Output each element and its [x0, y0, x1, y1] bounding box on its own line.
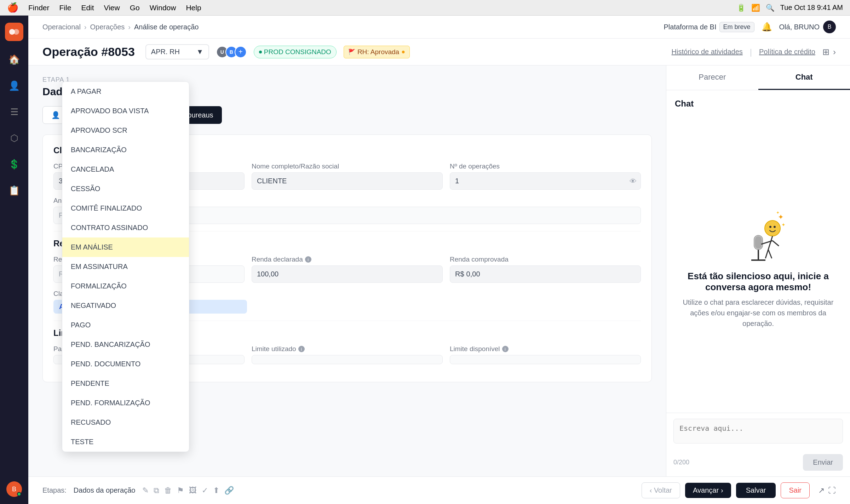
prod-dot — [259, 51, 262, 53]
chat-input[interactable] — [673, 419, 843, 443]
bottom-bar: Etapas: Dados da operação ✎ ⧉ 🗑 ⚑ 🖼 ✓ ⬆ … — [28, 476, 850, 504]
svg-line-11 — [773, 241, 779, 246]
section-title: Dados da operação — [42, 86, 652, 98]
menu-edit[interactable]: Edit — [81, 4, 94, 12]
sidebar-item-hex[interactable]: ⬡ — [6, 130, 22, 146]
left-panel: ETAPA 1 Dados da operação 👤 Ver perfil d… — [28, 65, 666, 476]
link-divider: | — [750, 47, 752, 57]
limite-disponivel-info-icon[interactable]: i — [502, 346, 509, 352]
avatar-group: U B + — [216, 46, 247, 58]
sidebar-logo[interactable] — [5, 23, 23, 41]
svg-line-9 — [768, 236, 773, 250]
pep-input[interactable]: Pendente consulta — [53, 207, 641, 224]
tab-parecer[interactable]: Parecer — [666, 65, 758, 90]
edit-icon[interactable]: ✎ — [142, 486, 149, 495]
salvar-button[interactable]: Salvar — [736, 483, 776, 498]
export-icon[interactable]: ⬆ — [213, 486, 219, 495]
avatar-plus[interactable]: + — [235, 46, 247, 58]
historico-link[interactable]: Histórico de atividades — [672, 48, 743, 56]
cpf-input[interactable]: 382.147.389-74 — [53, 172, 245, 190]
renda-declarada-info-icon[interactable]: i — [305, 256, 311, 263]
right-panel: Parecer Chat Chat — [666, 65, 850, 476]
top-nav: Operacional › Operações › Análise de ope… — [28, 16, 850, 39]
ops-label: Nº de operações — [450, 162, 641, 170]
copy-icon[interactable]: ⧉ — [154, 486, 159, 495]
image-icon[interactable]: 🖼 — [189, 486, 197, 495]
flag-icon: 🚩 — [348, 48, 355, 55]
menu-go[interactable]: Go — [130, 4, 140, 12]
flag-bottom-icon[interactable]: ⚑ — [177, 486, 184, 495]
pep-label: Análise PEP (Risco) i — [53, 197, 641, 205]
divider-1 — [53, 231, 641, 231]
sidebar-item-docs[interactable]: 📋 — [6, 183, 22, 198]
parcela-info-icon[interactable]: i — [130, 346, 136, 352]
ops-group: Nº de operações 1 👁 — [450, 162, 641, 190]
breadcrumb: Operacional › Operações › Análise de ope… — [42, 23, 199, 31]
step-label: ETAPA 1 — [42, 76, 652, 84]
menu-view[interactable]: View — [104, 4, 120, 12]
svg-text:✦: ✦ — [776, 210, 780, 215]
notification-bell-icon[interactable]: 🔔 — [762, 22, 772, 32]
parcela-input[interactable] — [53, 355, 245, 364]
user-icon: 👤 — [51, 111, 60, 119]
menu-file[interactable]: File — [59, 4, 71, 12]
top-nav-right: Plataforma de BI Em breve 🔔 Olá, BRUNO B — [664, 21, 836, 33]
nome-input[interactable]: CLIENTE — [252, 172, 443, 190]
user-greeting: Olá, BRUNO — [779, 23, 820, 31]
action-buttons: 👤 Ver perfil do cliente ☰ Consultar bure… — [42, 106, 652, 124]
op-header-links: Histórico de atividades | Política de cr… — [672, 47, 815, 57]
pep-info-icon[interactable]: i — [116, 197, 122, 204]
rendas-form-grid: Renda presumida i Renda presumida do cl.… — [53, 256, 641, 283]
nome-group: Nome completo/Razão social CLIENTE — [252, 162, 443, 190]
send-button[interactable]: Enviar — [803, 454, 843, 471]
renda-comprovada-input[interactable]: R$ 0,00 — [450, 265, 641, 283]
link-icon[interactable]: 🔗 — [224, 486, 234, 495]
sidebar-user-avatar[interactable]: B — [6, 481, 22, 497]
external-link-icon[interactable]: ↗ — [818, 486, 825, 495]
consultar-bureaus-button[interactable]: ☰ Consultar bureaus — [138, 106, 222, 124]
breadcrumb-operacional[interactable]: Operacional — [42, 23, 81, 31]
svg-point-1 — [13, 29, 19, 35]
ops-input[interactable]: 1 — [450, 172, 641, 190]
search-icon[interactable]: 🔍 — [766, 4, 775, 12]
eye-icon[interactable]: 👁 — [630, 177, 637, 185]
avancar-button[interactable]: Avançar › — [685, 483, 731, 498]
limite-utilizado-input[interactable] — [252, 355, 443, 364]
menu-finder[interactable]: Finder — [28, 4, 50, 12]
limite-disponivel-input[interactable] — [450, 355, 641, 364]
etapas-current: Dados da operação — [74, 486, 136, 494]
sidebar-bottom: B — [6, 481, 22, 497]
sidebar-item-home[interactable]: 🏠 — [6, 52, 22, 67]
breadcrumb-operacoes[interactable]: Operações — [90, 23, 125, 31]
fullscreen-icon[interactable]: ⛶ — [828, 486, 836, 495]
split-icon[interactable]: ⊞ — [822, 47, 829, 57]
expand-icon[interactable]: › — [833, 47, 836, 57]
bi-label: Plataforma de BI — [664, 23, 717, 31]
renda-declarada-input[interactable]: 100,00 — [252, 265, 443, 283]
sidebar-item-finance[interactable]: 💲 — [6, 156, 22, 172]
cliente-title: Cliente — [53, 145, 641, 155]
char-count: 0/200 — [673, 459, 689, 466]
sidebar-item-list[interactable]: ☰ — [6, 104, 22, 120]
user-avatar[interactable]: B — [823, 21, 836, 33]
content-area: ETAPA 1 Dados da operação 👤 Ver perfil d… — [28, 65, 850, 476]
ver-perfil-button[interactable]: 👤 Ver perfil do cliente — [42, 106, 132, 124]
check-icon[interactable]: ✓ — [202, 486, 208, 495]
limites-title: Limites — [53, 328, 641, 338]
renda-presumida-info-icon[interactable]: i — [109, 256, 115, 263]
voltar-button[interactable]: ‹ Voltar — [642, 482, 680, 498]
status-dropdown[interactable]: APR. RH ▼ — [145, 44, 209, 59]
politica-link[interactable]: Política de crédito — [759, 48, 815, 56]
sair-button[interactable]: Sair — [781, 482, 810, 498]
tab-chat[interactable]: Chat — [758, 65, 850, 90]
rh-dot: ● — [401, 48, 405, 56]
cpf-label: CPF/CNPJ — [53, 162, 245, 170]
menu-help[interactable]: Help — [186, 4, 201, 12]
chat-footer: 0/200 Enviar — [666, 451, 850, 476]
sidebar-item-user[interactable]: 👤 — [6, 78, 22, 93]
limite-utilizado-info-icon[interactable]: i — [298, 346, 305, 352]
delete-icon[interactable]: 🗑 — [164, 486, 172, 495]
menu-window[interactable]: Window — [150, 4, 176, 12]
bottom-icons: ✎ ⧉ 🗑 ⚑ 🖼 ✓ ⬆ 🔗 — [142, 486, 234, 495]
renda-presumida-input[interactable]: Renda presumida do cl... — [53, 265, 245, 283]
